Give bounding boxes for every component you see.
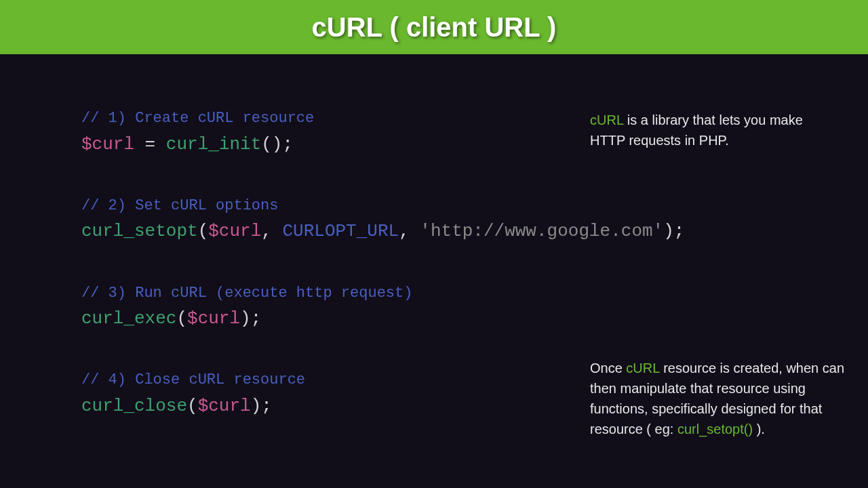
page-title: cURL ( client URL ) [312,12,557,43]
token-paren: (); [261,134,293,155]
token-operator: = [134,134,166,155]
token-comma: , [399,221,420,241]
token-variable: $curl [187,308,240,329]
token-paren: ); [240,308,261,329]
token-function: curl_setopt [81,221,198,241]
token-string: 'http://www.google.com' [420,221,663,241]
comment-2: // 2) Set cURL options [81,196,684,216]
token-constant: CURLOPT_URL [282,221,399,241]
token-paren: ( [176,308,187,329]
header-bar: cURL ( client URL ) [0,0,868,54]
token-paren: ); [251,396,272,416]
highlight-text: cURL [626,361,659,375]
token-comma: , [261,221,282,241]
token-paren: ( [198,221,209,241]
token-paren: ( [187,396,198,416]
annotation-2: Once cURL resource is created, when can … [590,358,848,439]
highlight-text: curl_setopt() [677,422,753,436]
annotation-1: cURL is a library that lets you make HTT… [590,110,834,150]
content-area: // 1) Create cURL resource $curl = curl_… [0,54,868,488]
code-block-3: // 3) Run cURL (execute http request) cu… [81,283,684,331]
token-function: curl_close [81,396,187,416]
code-block-2: // 2) Set cURL options curl_setopt($curl… [81,196,684,244]
code-line-2: curl_setopt($curl, CURLOPT_URL, 'http://… [81,220,684,243]
code-line-3: curl_exec($curl); [81,307,684,331]
token-function: curl_init [166,134,261,155]
token-variable: $curl [198,396,251,416]
highlight-text: cURL [590,113,623,127]
token-function: curl_exec [81,308,176,329]
token-variable: $curl [81,134,134,155]
token-paren: ); [663,221,684,241]
note-text: ). [753,422,765,436]
token-variable: $curl [208,221,261,241]
note-text: Once [590,361,626,375]
comment-3: // 3) Run cURL (execute http request) [81,283,684,304]
